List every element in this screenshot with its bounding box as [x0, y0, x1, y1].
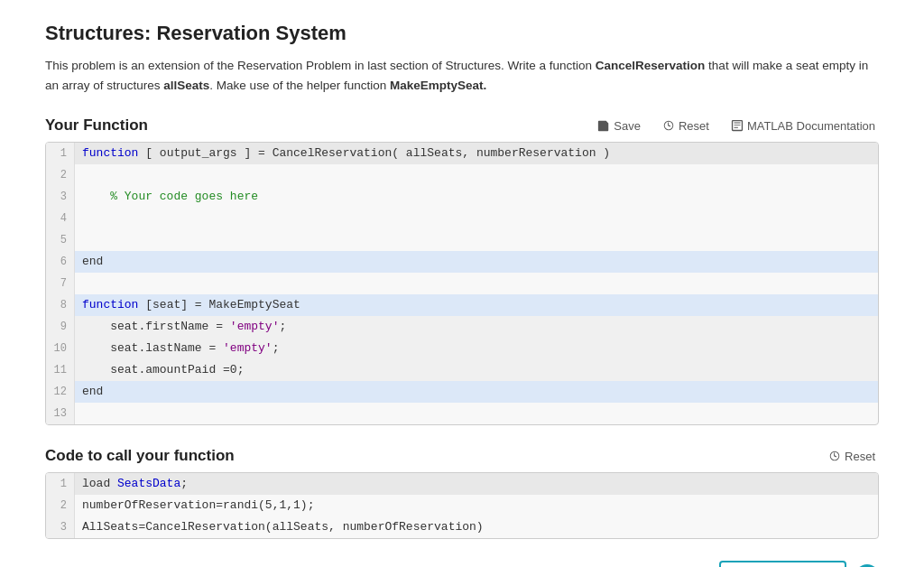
call-code-line-1: 1 load SeatsData;: [46, 473, 878, 495]
call-function-editor[interactable]: 1 load SeatsData; 2 numberOfReservation=…: [45, 472, 879, 539]
reset-icon-2: [828, 450, 841, 462]
call-function-title: Code to call your function: [45, 447, 235, 465]
save-icon: [597, 119, 610, 132]
kw-function-2: function: [82, 298, 138, 311]
code-line-4: 4: [46, 208, 878, 229]
code-line-10: 10 seat.lastName = 'empty';: [46, 338, 878, 359]
code-line-6: 6 end: [46, 251, 878, 273]
description: This problem is an extension of the Rese…: [45, 56, 879, 95]
main-container: Structures: Reservation System This prob…: [20, 0, 904, 567]
code-line-8: 8 function [seat] = MakeEmptySeat: [46, 294, 878, 316]
call-code-line-2: 2 numberOfReservation=randi(5,1,1);: [46, 495, 878, 516]
code-line-1: 1 function [ output_args ] = CancelReser…: [46, 143, 878, 164]
run-row: Run Function ?: [45, 561, 879, 567]
run-function-button[interactable]: Run Function: [719, 561, 846, 567]
code-line-3: 3 % Your code goes here: [46, 186, 878, 208]
save-button[interactable]: Save: [594, 117, 644, 135]
code-line-12: 12 end: [46, 381, 878, 403]
code-line-5: 5: [46, 229, 878, 251]
kw-function-1: function: [82, 146, 138, 160]
param-makeemptyseat: MakeEmptySeat.: [390, 79, 486, 92]
your-function-title: Your Function: [45, 116, 148, 135]
code-line-7: 7: [46, 273, 878, 294]
reset-button[interactable]: Reset: [659, 117, 713, 135]
call-function-reset-button[interactable]: Reset: [825, 448, 879, 465]
your-function-editor[interactable]: 1 function [ output_args ] = CancelReser…: [45, 142, 879, 425]
func-name-1: CancelReservation: [596, 59, 706, 72]
matlab-docs-button[interactable]: MATLAB Documentation: [727, 117, 879, 135]
book-icon: [731, 119, 744, 132]
code-line-13: 13: [46, 403, 878, 424]
page-title: Structures: Reservation System: [45, 22, 879, 45]
call-code-line-3: 3 AllSeats=CancelReservation(allSeats, n…: [46, 516, 878, 538]
your-function-header: Your Function Save Reset MATLAB Docume: [45, 116, 879, 135]
code-line-11: 11 seat.amountPaid =0;: [46, 359, 878, 381]
code-line-9: 9 seat.firstName = 'empty';: [46, 316, 878, 338]
param-allseats: allSeats: [163, 79, 209, 92]
call-function-header: Code to call your function Reset: [45, 447, 879, 465]
reset-icon: [662, 119, 675, 132]
code-line-2: 2: [46, 164, 878, 186]
your-function-toolbar: Save Reset MATLAB Documentation: [594, 117, 879, 135]
